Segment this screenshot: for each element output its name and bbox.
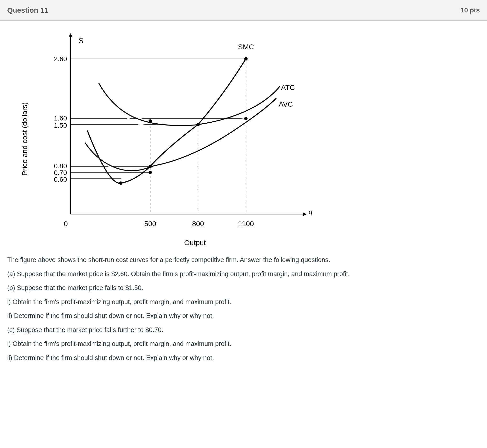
ytick-0.70: 0.70 [54, 169, 67, 176]
xtick-500: 500 [144, 220, 156, 228]
point-800-1.50 [196, 123, 200, 126]
question-content: Price and cost (dollars) $ q [0, 21, 487, 374]
xtick-800: 800 [192, 220, 204, 228]
ytick-0.60: 0.60 [54, 176, 67, 183]
smc-label: SMC [238, 43, 254, 51]
part-c-ii: ii) Determine if the firm should shut do… [7, 353, 480, 363]
question-title: Question 11 [7, 5, 48, 16]
question-text: The figure above shows the short-run cos… [7, 255, 480, 363]
y-axis-label: Price and cost (dollars) [19, 102, 30, 176]
part-b: (b) Suppose that the market price falls … [7, 283, 480, 293]
part-c-i: i) Obtain the firm's profit-maximizing o… [7, 339, 480, 349]
part-c: (c) Suppose that the market price falls … [7, 325, 480, 335]
figure-wrap: Price and cost (dollars) $ q [19, 30, 480, 248]
currency-label: $ [79, 36, 83, 45]
point-1100-2.60 [244, 57, 248, 60]
avc-label: AVC [279, 100, 293, 108]
x-axis-label: Output [66, 237, 324, 248]
intro-text: The figure above shows the short-run cos… [7, 255, 480, 265]
chart-svg: $ q [37, 30, 324, 236]
atc-label: ATC [281, 83, 295, 91]
ytick-0.80: 0.80 [54, 162, 67, 170]
xtick-1100: 1100 [238, 220, 254, 228]
point-500-1.60 [148, 119, 152, 123]
part-a: (a) Suppose that the market price is $2.… [7, 269, 480, 279]
point-smc-min [119, 181, 122, 185]
smc-curve [87, 59, 246, 183]
part-b-i: i) Obtain the firm's profit-maximizing o… [7, 297, 480, 307]
avc-curve [85, 98, 276, 171]
point-500-0.80 [148, 165, 152, 168]
ytick-1.50: 1.50 [54, 122, 67, 129]
question-points: 10 pts [461, 5, 480, 15]
point-1100-1.60 [244, 117, 248, 120]
ytick-1.60: 1.60 [54, 114, 67, 122]
xtick-0: 0 [64, 220, 68, 228]
cost-curves-figure: $ q [37, 30, 324, 248]
point-500-0.70 [148, 171, 152, 174]
ytick-2.60: 2.60 [54, 55, 67, 63]
q-label: q [308, 207, 312, 216]
part-b-ii: ii) Determine if the firm should shut do… [7, 311, 480, 321]
question-header: Question 11 10 pts [0, 0, 487, 21]
